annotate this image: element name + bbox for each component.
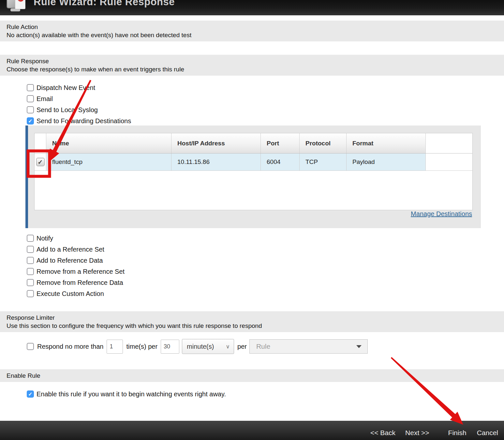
- enable-rule-row[interactable]: ✓ Enable this rule if you want it to beg…: [27, 389, 504, 399]
- option-label: Execute Custom Action: [37, 290, 104, 298]
- cell-format: Payload: [347, 154, 426, 170]
- interval-unit-select[interactable]: minute(s) ∨: [182, 339, 234, 354]
- option-label: Send to Local Syslog: [37, 106, 98, 114]
- execute-custom-action-checkbox[interactable]: [27, 290, 34, 297]
- header-host: Host/IP Address: [171, 133, 261, 153]
- response-limiter-controls: Respond no more than time(s) per minute(…: [27, 339, 504, 354]
- option-notify[interactable]: Notify: [27, 233, 504, 244]
- cell-port: 6004: [261, 154, 300, 170]
- option-label: Remove from Reference Data: [37, 279, 123, 286]
- section-rule-response: Rule Response Choose the response(s) to …: [0, 55, 504, 76]
- cell-spacer: [426, 154, 472, 170]
- send-forwarding-destinations-checkbox[interactable]: ✓: [27, 117, 34, 125]
- option-label: Email: [37, 95, 53, 103]
- response-limiter-subtitle: Use this section to configure the freque…: [7, 322, 497, 330]
- check-icon: ✓: [28, 118, 32, 124]
- cell-host: 10.11.15.86: [171, 154, 261, 170]
- times-per-label: time(s) per: [126, 343, 157, 350]
- option-remove-reference-data[interactable]: Remove from Reference Data: [27, 277, 504, 288]
- forwarding-destinations-panel: Name Host/IP Address Port Protocol Forma…: [25, 125, 481, 228]
- option-label: Add to a Reference Set: [37, 246, 104, 253]
- cell-name: fluentd_tcp: [46, 154, 171, 170]
- footer-bar: << Back Next >> Finish Cancel: [0, 421, 504, 440]
- table-row[interactable]: ✓ fluentd_tcp 10.11.15.86 6004 TCP Paylo…: [35, 154, 472, 171]
- title-bar: Rule Wizard: Rule Response: [0, 0, 504, 15]
- header-format: Format: [347, 133, 426, 153]
- back-button[interactable]: << Back: [368, 429, 397, 437]
- header-checkbox-column: [35, 133, 46, 153]
- add-reference-data-checkbox[interactable]: [27, 257, 34, 264]
- option-label: Send to Forwarding Destinations: [37, 117, 131, 125]
- send-local-syslog-checkbox[interactable]: [27, 106, 34, 113]
- interval-unit-value: minute(s): [187, 343, 214, 350]
- dispatch-new-event-checkbox[interactable]: [27, 84, 34, 91]
- dropdown-arrow-icon: [356, 345, 362, 348]
- rule-response-title: Rule Response: [7, 57, 497, 65]
- rule-action-title: Rule Action: [7, 23, 497, 31]
- option-label: Dispatch New Event: [37, 84, 95, 92]
- times-input[interactable]: [107, 340, 123, 354]
- enable-rule-label: Enable this rule if you want it to begin…: [37, 390, 226, 398]
- header-name: Name: [46, 133, 171, 153]
- rule-wizard-page: Rule Wizard: Rule Response Rule Action N…: [0, 0, 504, 440]
- notify-checkbox[interactable]: [27, 235, 34, 242]
- scope-select[interactable]: Rule: [249, 339, 368, 354]
- panel-accent-stripe: [25, 125, 28, 228]
- option-send-local-syslog[interactable]: Send to Local Syslog: [27, 104, 504, 115]
- interval-input[interactable]: [161, 340, 179, 354]
- row-checkbox-cell: ✓: [35, 154, 46, 170]
- respond-limit-checkbox[interactable]: [27, 343, 34, 350]
- manage-destinations-link[interactable]: Manage Destinations: [411, 210, 472, 218]
- section-response-limiter: Response Limiter Use this section to con…: [0, 311, 504, 332]
- destination-row-checkbox[interactable]: ✓: [36, 158, 45, 166]
- cancel-button[interactable]: Cancel: [475, 429, 500, 437]
- option-label: Remove from a Reference Set: [37, 268, 125, 275]
- page-title: Rule Wizard: Rule Response: [34, 0, 504, 8]
- chevron-down-icon: ∨: [226, 343, 230, 350]
- option-add-reference-data[interactable]: Add to Reference Data: [27, 255, 504, 266]
- header-spacer: [426, 133, 472, 153]
- option-label: Notify: [37, 235, 53, 242]
- forwarding-destinations-table: Name Host/IP Address Port Protocol Forma…: [34, 133, 473, 210]
- section-enable-rule: Enable Rule: [0, 369, 504, 382]
- enable-rule-checkbox[interactable]: ✓: [27, 390, 34, 398]
- option-execute-custom-action[interactable]: Execute Custom Action: [27, 288, 504, 299]
- email-checkbox[interactable]: [27, 95, 34, 102]
- rule-action-subtitle: No action(s) available with the event(s)…: [7, 31, 497, 39]
- section-rule-action: Rule Action No action(s) available with …: [0, 21, 504, 41]
- check-icon: ✓: [28, 391, 32, 397]
- rule-response-subtitle: Choose the response(s) to make when an e…: [7, 65, 497, 73]
- option-add-reference-set[interactable]: Add to a Reference Set: [27, 244, 504, 255]
- option-send-forwarding-destinations[interactable]: ✓ Send to Forwarding Destinations: [27, 115, 504, 126]
- table-header-row: Name Host/IP Address Port Protocol Forma…: [35, 133, 472, 154]
- respond-label: Respond no more than: [37, 343, 103, 350]
- option-label: Add to Reference Data: [37, 257, 103, 264]
- header-protocol: Protocol: [300, 133, 347, 153]
- cell-protocol: TCP: [300, 154, 347, 170]
- remove-reference-data-checkbox[interactable]: [27, 279, 34, 286]
- response-limiter-title: Response Limiter: [7, 314, 497, 322]
- check-icon: ✓: [38, 158, 43, 166]
- finish-button[interactable]: Finish: [446, 429, 468, 437]
- option-remove-reference-set[interactable]: Remove from a Reference Set: [27, 266, 504, 277]
- response-options-top: Dispatch New Event Email Send to Local S…: [27, 82, 504, 126]
- header-port: Port: [261, 133, 300, 153]
- remove-reference-set-checkbox[interactable]: [27, 268, 34, 275]
- option-dispatch-new-event[interactable]: Dispatch New Event: [27, 82, 504, 93]
- response-options-bottom: Notify Add to a Reference Set Add to Ref…: [27, 233, 504, 299]
- per-label: per: [237, 343, 247, 350]
- footer-buttons: << Back Next >> Finish Cancel: [368, 429, 504, 437]
- enable-rule-title: Enable Rule: [7, 372, 497, 380]
- scope-value: Rule: [256, 343, 270, 350]
- option-email[interactable]: Email: [27, 93, 504, 104]
- rule-wizard-icon: [7, 0, 32, 15]
- next-button[interactable]: Next >>: [403, 429, 431, 437]
- add-reference-set-checkbox[interactable]: [27, 246, 34, 253]
